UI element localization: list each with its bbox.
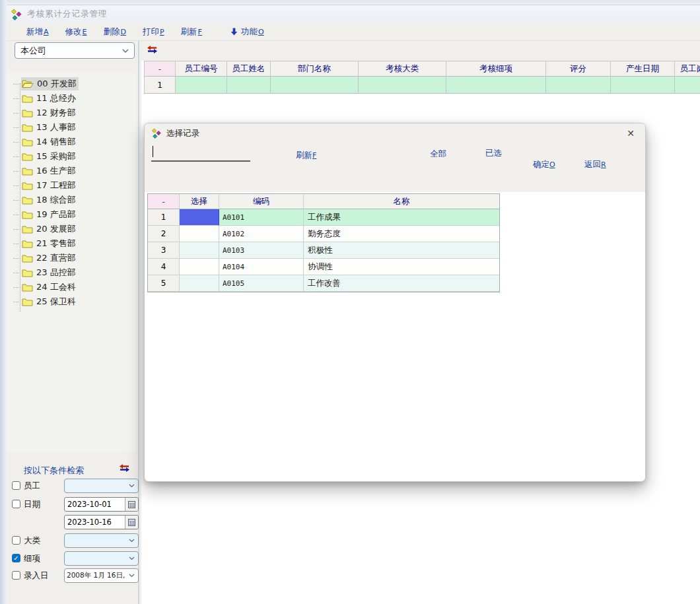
name-cell[interactable]: 工作改善 [304, 275, 499, 292]
row-number-cell[interactable]: 3 [148, 242, 180, 259]
tree-item-11[interactable]: 11 总经办 [7, 91, 136, 106]
tree-item-21[interactable]: 21 零售部 [7, 236, 136, 251]
tree-item-14[interactable]: 14 销售部 [7, 135, 136, 149]
filter-row-category: 大类 [9, 533, 137, 549]
open-folder-icon [22, 79, 34, 88]
category-dropdown[interactable] [64, 533, 139, 548]
delete-button[interactable]: 删除D [103, 26, 125, 38]
refresh-button[interactable]: 刷新F [181, 26, 202, 38]
header-cell[interactable]: 编码 [219, 194, 304, 209]
dialog-titlebar[interactable]: 选择记录 ✕ [145, 123, 645, 143]
tree-item-16[interactable]: 16 生产部 [7, 164, 136, 178]
select-cell[interactable] [180, 242, 219, 259]
folder-icon [22, 94, 33, 103]
name-cell[interactable]: 勤务态度 [304, 226, 499, 242]
data-cell[interactable] [546, 77, 611, 94]
print-button[interactable]: 打印P [143, 26, 164, 38]
data-cell[interactable] [359, 77, 446, 94]
tree-item-20[interactable]: 20 发展部 [7, 222, 136, 236]
dialog-chosen-button[interactable]: 已选 [485, 148, 502, 159]
header-cell[interactable]: - [144, 61, 176, 77]
checkbox-category[interactable] [12, 536, 20, 545]
row-number-cell[interactable]: 1 [144, 77, 176, 94]
table-row: 1 A0101 工作成果 [148, 209, 499, 226]
header-cell[interactable]: 考核细项 [446, 61, 546, 77]
entry-date-dropdown[interactable]: 2008年 1月 16日, [64, 568, 139, 583]
folder-icon [22, 298, 33, 306]
row-number-cell[interactable]: 5 [148, 275, 180, 292]
header-cell[interactable]: 名称 [304, 194, 499, 209]
name-cell[interactable]: 工作成果 [304, 209, 499, 226]
header-cell[interactable]: 选择 [180, 194, 219, 209]
tree-item-12[interactable]: 12 财务部 [7, 106, 136, 120]
new-button[interactable]: 新增A [26, 26, 49, 38]
tree-item-17[interactable]: 17 工程部 [7, 178, 136, 193]
select-cell-focused[interactable] [180, 209, 219, 226]
code-cell[interactable]: A0102 [219, 226, 304, 242]
header-cell[interactable]: 考核大类 [359, 61, 446, 77]
row-number-cell[interactable]: 1 [148, 209, 180, 226]
swap-columns-icon[interactable] [119, 463, 131, 473]
chevron-down-icon [122, 49, 129, 53]
name-cell[interactable]: 协调性 [304, 259, 499, 275]
select-cell[interactable] [180, 259, 219, 275]
tree-item-23[interactable]: 23 品控部 [7, 265, 136, 280]
tree-item-25[interactable]: 25 保卫科 [7, 294, 136, 309]
row-number-cell[interactable]: 2 [148, 226, 180, 242]
data-cell[interactable] [227, 77, 271, 94]
modify-button[interactable]: 修改E [65, 26, 87, 38]
employee-dropdown[interactable] [64, 479, 139, 493]
dialog-back-button[interactable]: 返回R [584, 159, 606, 170]
date-to-input[interactable] [65, 516, 125, 529]
filter-label: 录入日 [24, 570, 49, 582]
tree-item-13[interactable]: 13 人事部 [7, 120, 136, 135]
dialog-refresh-button[interactable]: 刷新F [296, 150, 316, 161]
tree-item-15[interactable]: 15 采购部 [7, 149, 136, 164]
dialog-all-button[interactable]: 全部 [430, 149, 446, 160]
select-cell[interactable] [180, 275, 219, 292]
data-cell[interactable] [176, 77, 227, 94]
filter-row-employee: 员工 [9, 479, 137, 494]
data-cell[interactable] [271, 77, 359, 94]
data-cell[interactable] [675, 77, 700, 94]
dialog-close-button[interactable]: ✕ [623, 127, 639, 140]
header-cell[interactable]: 部门名称 [271, 61, 359, 77]
function-menu-button[interactable]: 功能O [219, 26, 264, 38]
department-tree: 00 开发部 11 总经办 12 财务部 13 人事部 14 销售部 15 采购… [7, 73, 136, 452]
company-dropdown[interactable]: 本公司 [15, 42, 135, 59]
entry-date-value: 2008年 1月 16日, [67, 571, 125, 580]
header-cell[interactable]: 员工编号 [176, 61, 227, 77]
checkbox-entry-date[interactable] [12, 571, 20, 580]
filter-row-date-to [9, 515, 137, 530]
code-cell[interactable]: A0101 [219, 209, 304, 226]
tree-item-19[interactable]: 19 产品部 [7, 207, 136, 222]
data-cell[interactable] [611, 77, 675, 94]
tree-item-24[interactable]: 24 工会科 [7, 280, 136, 294]
calendar-icon[interactable] [125, 516, 138, 529]
checkbox-date[interactable] [12, 500, 20, 508]
date-from-input[interactable] [65, 498, 125, 511]
dialog-search-input[interactable] [151, 150, 250, 160]
header-cell[interactable]: - [148, 194, 180, 209]
data-cell[interactable] [446, 77, 546, 94]
checkbox-employee[interactable] [12, 481, 20, 490]
code-cell[interactable]: A0105 [219, 275, 304, 292]
calendar-icon[interactable] [125, 498, 138, 511]
code-cell[interactable]: A0103 [219, 242, 304, 259]
tree-item-18[interactable]: 18 综合部 [7, 193, 136, 207]
header-cell[interactable]: 产生日期 [611, 61, 675, 77]
checkbox-detail-checked[interactable]: ✓ [12, 554, 20, 562]
header-cell[interactable]: 员工岗 [675, 61, 700, 77]
header-cell[interactable]: 评分 [546, 61, 611, 77]
tree-item-00[interactable]: 00 开发部 [7, 77, 136, 91]
dialog-ok-button[interactable]: 确定O [533, 159, 555, 170]
code-cell[interactable]: A0104 [219, 259, 304, 275]
name-cell[interactable]: 积极性 [304, 242, 499, 259]
tree-item-22[interactable]: 22 直营部 [7, 251, 136, 265]
header-cell[interactable]: 员工姓名 [227, 61, 271, 77]
select-cell[interactable] [180, 226, 219, 242]
row-number-cell[interactable]: 4 [148, 259, 180, 275]
swap-columns-icon[interactable] [147, 45, 158, 55]
detail-dropdown[interactable] [64, 551, 139, 566]
window-titlebar[interactable]: 考核累计分记录管理 [7, 5, 700, 23]
